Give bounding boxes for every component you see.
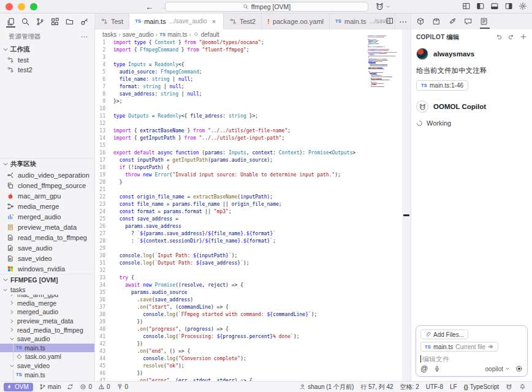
git-branch[interactable]: main	[39, 383, 61, 390]
tree-item-main.ts[interactable]: TSmain.ts	[0, 344, 94, 353]
mention-button[interactable]: @	[420, 364, 428, 373]
activity-extensions-button[interactable]	[50, 15, 60, 28]
code-line: 4type Inputs = Readonly<{	[95, 61, 368, 69]
breadcrumb-item[interactable]: TSmain.ts	[159, 31, 187, 38]
shared-block-mac_arm_gpu[interactable]: mac_arm_gpu	[0, 190, 94, 201]
panel-tab-rocket[interactable]	[448, 14, 458, 29]
shared-block-preview_meta_data[interactable]: preview_meta_data	[0, 222, 94, 232]
microphone-button[interactable]	[433, 365, 441, 372]
git-blame[interactable]: shaun (1 个月前)	[299, 383, 354, 391]
breadcrumb-item[interactable]: save_audio	[123, 31, 154, 38]
close-icon[interactable]: ×	[210, 18, 218, 25]
activity-files-button[interactable]	[6, 15, 16, 28]
maximize-window-button[interactable]	[30, 3, 37, 10]
add-files-label: Add Files...	[433, 331, 464, 338]
tab-package-oo-yaml[interactable]: !package.oo.yaml	[262, 13, 330, 29]
warnings-count[interactable]: 0	[98, 383, 110, 390]
back-button[interactable]: ←	[145, 2, 153, 12]
section-header[interactable]: 工作流	[0, 44, 94, 55]
tree-item-merged_audio[interactable]: merged_audio	[0, 307, 94, 317]
panel-left-button[interactable]	[476, 2, 485, 12]
cursor-position[interactable]: 行 57, 列 42	[360, 383, 393, 391]
shared-block-windows_nvidia[interactable]: windows_nvidia	[0, 263, 94, 274]
shared-block-audio_video_separation[interactable]: audio_video_separation	[0, 170, 94, 180]
tree-item-save_audio[interactable]: save_audio	[0, 334, 94, 344]
tab-test2[interactable]: Test2	[224, 13, 262, 29]
shared-block-cloned_ffmpeg_source[interactable]: cloned_ffmpeg_source	[0, 180, 94, 190]
section-header[interactable]: FFMPEG [OVM]	[0, 274, 94, 285]
copilot-status[interactable]	[506, 383, 512, 390]
breadcrumb-item[interactable]: tasks	[102, 31, 116, 38]
tree-item-save_video[interactable]: save_video	[0, 361, 94, 371]
language-mode[interactable]: {}TypeScript	[464, 383, 499, 390]
tree-item-tasks[interactable]: tasks	[0, 285, 94, 295]
layout-button[interactable]	[462, 2, 471, 12]
more-actions-button[interactable]: ⋯	[399, 17, 407, 26]
gear-button[interactable]	[519, 2, 527, 12]
breadcrumb-item[interactable]: default	[193, 31, 219, 38]
panel-tab-blocks[interactable]	[416, 14, 426, 29]
sidebar-explorer: 资源管理器 ⋯ 工作流testtest2 共享区块audio_video_sep…	[0, 29, 95, 381]
shared-block-save_video[interactable]: save_video	[0, 253, 94, 263]
shared-block-merged_audio[interactable]: merged_audio	[0, 211, 94, 222]
current-file-chip[interactable]: TS main.ts Current file	[420, 342, 498, 352]
sync-changes[interactable]	[67, 383, 74, 390]
plus-button[interactable]	[520, 33, 527, 42]
shared-block-save_audio[interactable]: save_audio	[0, 243, 94, 253]
encoding[interactable]: UTF-8	[426, 383, 443, 390]
line-number: 5	[95, 69, 113, 76]
stop-button[interactable]	[515, 365, 523, 372]
activity-folder-button[interactable]	[64, 15, 75, 28]
copilot-menu-button[interactable]	[375, 2, 390, 11]
undo-button[interactable]	[495, 33, 503, 42]
code-editor[interactable]: 1import type { Context } from "@oomol/ty…	[95, 39, 368, 381]
panel-tab-package[interactable]	[432, 14, 442, 29]
split-editor-button[interactable]	[386, 17, 394, 27]
forwarded-ports[interactable]: 0	[116, 383, 129, 390]
status-label: 行 57, 列 42	[360, 383, 393, 391]
eol[interactable]: LF	[450, 383, 457, 390]
indentation[interactable]: 空格: 2	[400, 383, 419, 391]
tab-test[interactable]: Test	[95, 13, 129, 29]
chev-down-icon	[2, 47, 9, 53]
panel-bottom-button[interactable]	[490, 2, 499, 12]
tree-item-task.oo.yaml[interactable]: task.oo.yaml	[0, 352, 94, 361]
notifications[interactable]	[519, 383, 526, 390]
ovm-indicator[interactable]: OVM	[4, 383, 33, 391]
panel-tab-comment[interactable]	[464, 14, 474, 29]
tree-item-preview_meta_data[interactable]: preview_meta_data	[0, 317, 94, 326]
yaml-icon	[16, 353, 23, 360]
chat-input[interactable]: 编辑文件	[420, 354, 523, 364]
minimap[interactable]	[368, 36, 402, 87]
redo-button[interactable]	[507, 33, 515, 42]
workflow-item-test2[interactable]: test2	[0, 65, 94, 75]
tree-item-read_media_to_ffmpeg[interactable]: read_media_to_ffmpeg	[0, 325, 94, 334]
panel-right-button[interactable]	[504, 2, 513, 12]
close-window-button[interactable]	[6, 3, 13, 10]
model-label: oopilot	[485, 366, 503, 372]
bell-icon	[519, 383, 526, 390]
activity-key-button[interactable]	[79, 15, 89, 28]
ovm-icon	[6, 383, 13, 390]
shared-block-read_media_to_ffmpeg[interactable]: read_media_to_ffmpeg	[0, 232, 94, 243]
model-selector[interactable]: oopilot	[485, 366, 510, 372]
activity-branch-button[interactable]	[35, 15, 45, 28]
line-number: 15	[95, 142, 113, 149]
errors-count[interactable]: 0	[80, 383, 92, 390]
tree-item-media_merge[interactable]: media_merge	[0, 299, 94, 308]
section-header[interactable]: 共享区块	[0, 159, 94, 170]
workflow-item-test[interactable]: test	[0, 55, 94, 65]
minimize-window-button[interactable]	[18, 3, 25, 10]
explorer-more-button[interactable]: ⋯	[80, 32, 88, 41]
tree-item-mac_arm_gpu[interactable]: mac_arm_gpu	[0, 295, 94, 299]
shared-block-media_merge[interactable]: media_merge	[0, 201, 94, 211]
activity-search-button[interactable]	[20, 15, 31, 28]
sash-handle[interactable]	[403, 214, 409, 216]
tab-main-ts[interactable]: TSmain.ts.../save_audio×	[129, 13, 224, 29]
tree-item-main.ts[interactable]: TSmain.ts	[0, 370, 94, 379]
panel-right-icon	[504, 2, 513, 10]
panel-tab-edit-file[interactable]	[480, 14, 490, 29]
referenced-file-chip[interactable]: TS main.ts:1-46	[416, 80, 468, 91]
add-files-button[interactable]: Add Files...	[420, 330, 468, 339]
command-center-search[interactable]: ffmpeg [OVM]	[165, 2, 368, 12]
